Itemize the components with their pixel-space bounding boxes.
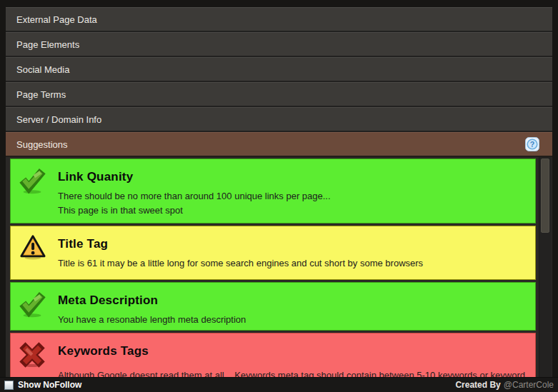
question-mark-icon: ?	[525, 137, 539, 151]
accordion-header-page-terms[interactable]: Page Terms	[6, 82, 552, 107]
warning-icon	[19, 233, 46, 279]
accordion-header-social-media[interactable]: Social Media	[6, 57, 552, 82]
accordion-menu: External Page Data Page Elements Social …	[6, 7, 552, 157]
nofollow-checkbox[interactable]	[4, 381, 14, 390]
suggestion-title: Link Quanity	[58, 169, 331, 185]
suggestion-card-link-quantity: Link Quanity There should be no more tha…	[10, 159, 536, 223]
accordion-label: Page Terms	[16, 89, 66, 100]
nofollow-label: Show NoFollow	[18, 380, 81, 390]
suggestion-title: Title Tag	[58, 236, 423, 252]
suggestion-text: Although Google doesnt read them at all.…	[58, 368, 525, 377]
suggestion-text: This page is in that sweet spot	[58, 203, 331, 218]
show-nofollow-toggle[interactable]: Show NoFollow	[4, 380, 81, 390]
check-icon	[19, 290, 46, 330]
suggestion-title: Meta Description	[58, 292, 246, 308]
check-icon	[19, 166, 46, 223]
suggestion-title: Keywords Tags	[58, 343, 525, 359]
credit: Created By@CarterCole	[455, 380, 554, 390]
suggestion-card-keywords-tags: Keywords Tags Although Google doesnt rea…	[10, 333, 536, 377]
footer-bar: Show NoFollow Created By@CarterCole	[0, 377, 558, 392]
suggestion-list: Link Quanity There should be no more tha…	[10, 159, 536, 377]
credit-text: Created By	[455, 380, 500, 390]
accordion-label: Suggestions	[16, 139, 68, 150]
help-icon[interactable]: ?	[525, 137, 539, 151]
credit-author-link[interactable]: @CarterCole	[504, 380, 554, 390]
suggestion-text: Title is 61 it may be a little long for …	[58, 256, 423, 271]
accordion-label: Social Media	[16, 64, 69, 75]
suggestion-text: You have a resonable length meta descrip…	[58, 313, 246, 327]
accordion-label: Page Elements	[16, 39, 79, 50]
svg-text:?: ?	[530, 140, 534, 149]
seo-tools-window: External Page Data Page Elements Social …	[0, 0, 558, 392]
cross-icon	[19, 341, 46, 377]
scrollbar[interactable]	[539, 157, 552, 377]
suggestion-text: There should be no more than around 100 …	[58, 189, 331, 203]
scrollbar-thumb[interactable]	[541, 159, 549, 233]
suggestion-card-meta-description: Meta Description You have a resonable le…	[10, 282, 536, 331]
accordion-label: Server / Domain Info	[16, 114, 101, 125]
suggestion-card-title-tag: Title Tag Title is 61 it may be a little…	[10, 226, 536, 280]
accordion-header-server-domain-info[interactable]: Server / Domain Info	[6, 107, 552, 132]
suggestions-panel: Link Quanity There should be no more tha…	[6, 157, 552, 377]
accordion-header-external-page-data[interactable]: External Page Data	[6, 7, 552, 32]
accordion-header-page-elements[interactable]: Page Elements	[6, 32, 552, 57]
accordion-label: External Page Data	[16, 14, 97, 25]
accordion-header-suggestions[interactable]: Suggestions ?	[6, 132, 552, 157]
